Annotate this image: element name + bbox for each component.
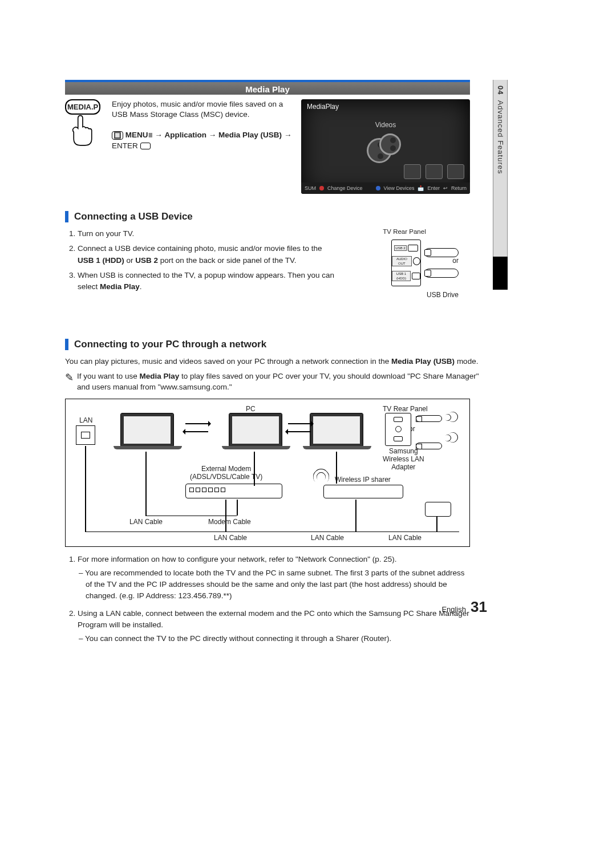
footer-language: English	[441, 605, 466, 614]
rear-panel-label: TV Rear Panel	[350, 228, 459, 235]
note-hand-icon: ✎	[65, 370, 74, 392]
rear-panel-label: TV Rear Panel	[383, 405, 428, 413]
section-title-bar: Media Play	[65, 80, 470, 95]
page-footer: English 31	[441, 598, 487, 616]
film-reel-icon	[366, 133, 406, 173]
or-label: or	[452, 257, 459, 265]
section-heading-network: Connecting to your PC through a network	[74, 339, 266, 350]
preview-tab-label: Videos	[301, 121, 470, 129]
preview-thumb	[425, 164, 443, 179]
laptop-icon	[229, 413, 282, 447]
usb-steps-list: Turn on your TV. Connect a USB device co…	[65, 228, 339, 299]
modem-label: External Modem (ADSL/VDSL/Cable TV)	[190, 465, 262, 481]
mediap-remote-icon: MEDIA.P	[65, 99, 106, 194]
section-accent-bar-icon	[65, 211, 68, 222]
lan-jack-icon	[76, 425, 95, 445]
note-text: If you want to use Media Play to play fi…	[77, 371, 487, 393]
preview-footer: SUM Change Device View Devices 📩Enter ↩R…	[301, 182, 470, 194]
rear-panel-mini-icon	[385, 413, 411, 446]
sharer-label: Wireless IP sharer	[335, 476, 391, 484]
section-heading-usb: Connecting a USB Device	[74, 211, 193, 222]
preview-thumb	[447, 164, 464, 179]
section-accent-bar-icon	[65, 339, 68, 350]
usb-drive-icon	[424, 269, 459, 278]
list-item: Using a LAN cable, connect between the e…	[78, 608, 470, 645]
usb-drive-label: USB Drive	[350, 291, 459, 299]
intro-description: Enjoy photos, music and/or movie files s…	[112, 99, 293, 120]
lan-cable-label: LAN Cable	[311, 534, 344, 542]
enter-glyph-icon	[140, 143, 151, 149]
wifi-dongle-icon	[416, 443, 442, 449]
preview-thumb	[404, 164, 421, 179]
rear-panel-figure: TV Rear Panel USB 2 AUDIO OUT USB 1 (HDD…	[350, 228, 459, 299]
usb-drive-icon	[424, 248, 459, 257]
hand-pointing-icon	[68, 115, 97, 148]
menu-path: 🔲 MENUⅢ → Application → Media Play (USB)…	[112, 130, 293, 151]
lan-cable-label: LAN Cable	[129, 518, 163, 526]
note-row: ✎ If you want to use Media Play to play …	[65, 371, 487, 393]
list-item: For more information on how to configure…	[78, 554, 470, 602]
network-steps-list: For more information on how to configure…	[65, 554, 470, 645]
lan-label: LAN	[79, 416, 92, 424]
laptop-icon	[120, 413, 174, 447]
blue-d-icon	[376, 186, 380, 190]
list-item: Turn on your TV.	[78, 228, 339, 240]
adapter-box-icon	[425, 502, 451, 517]
lan-cable-label: LAN Cable	[388, 534, 422, 542]
list-item: Connect a USB device containing photo, m…	[78, 243, 339, 266]
laptop-icon	[310, 413, 363, 447]
red-a-icon	[319, 186, 324, 190]
mediaplay-preview: MediaPlay Videos SUM Change Device	[301, 99, 470, 194]
network-diagram: LAN PC TV Rear Panel or Samsung Wireless…	[65, 399, 470, 547]
adapter-label: Samsung Wireless LAN Adapter	[383, 447, 424, 471]
lan-cable-label: LAN Cable	[214, 534, 247, 542]
rear-panel-ports-icon: USB 2 AUDIO OUT USB 1 (HDD)	[391, 240, 421, 286]
list-item: When USB is connected to the TV, a popup…	[78, 270, 339, 293]
pc-label: PC	[246, 405, 256, 413]
chapter-label: Advanced Features	[496, 100, 505, 175]
mediap-chip: MEDIA.P	[65, 99, 100, 115]
page-number: 31	[471, 598, 487, 616]
side-tab: 04 Advanced Features	[493, 80, 508, 257]
router-icon	[323, 485, 403, 498]
preview-app-label: MediaPlay	[301, 99, 470, 114]
modem-icon	[185, 484, 282, 498]
chapter-number: 04	[496, 86, 505, 95]
wifi-dongle-icon	[416, 415, 442, 422]
remote-button-icon: 🔲	[112, 131, 123, 140]
network-intro-text: You can play pictures, music and videos …	[65, 356, 487, 367]
modem-cable-label: Modem Cable	[208, 518, 251, 526]
thumb-tab	[493, 257, 508, 290]
